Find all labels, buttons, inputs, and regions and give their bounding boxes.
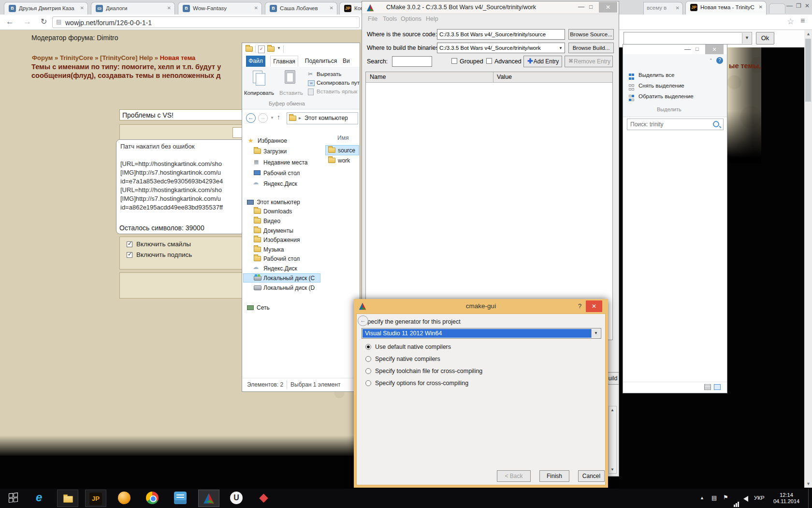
recent-dropdown-icon[interactable]: ▼ bbox=[270, 116, 274, 120]
taskbar-item-explorer[interactable] bbox=[57, 490, 78, 507]
signature-checkbox[interactable]: ✓ bbox=[127, 252, 132, 258]
taskbar-item-amber[interactable] bbox=[114, 490, 135, 507]
dialog-titlebar[interactable]: cmake-gui ? ✕ bbox=[354, 299, 608, 314]
remove-entry-button[interactable]: ✖ Remove Entry bbox=[565, 56, 613, 67]
close-icon[interactable]: ✕ bbox=[330, 5, 334, 11]
cancel-button[interactable]: Cancel bbox=[578, 470, 605, 482]
build-path-combo[interactable]: C:/3.3.5 Bot Wars v4/_Source/trinity/wor… bbox=[437, 43, 565, 53]
close-button[interactable]: ✕ bbox=[705, 45, 724, 54]
tab-share[interactable]: Поделиться bbox=[304, 56, 338, 67]
cmake-titlebar[interactable]: CMake 3.0.2 - C:/3.3.5 Bot Wars v4/_Sour… bbox=[362, 1, 619, 14]
browser2-scrollbar[interactable]: ▲ ▼ bbox=[804, 30, 812, 488]
browser1-tab-4[interactable]: B Саша Лобачев ✕ bbox=[265, 2, 337, 15]
scroll-up-icon[interactable]: ▲ bbox=[610, 408, 614, 412]
minimize-icon[interactable]: — bbox=[578, 3, 584, 10]
sidebar-item-downloads-ru[interactable]: Загрузки bbox=[263, 148, 287, 155]
column-header-name[interactable]: Имя bbox=[337, 134, 348, 141]
invert-selection-button[interactable]: Обратить выделение bbox=[629, 93, 724, 102]
source-path-field[interactable]: C:/3.3.5 Bot Wars v4/_Source/trinity/sou… bbox=[437, 29, 565, 40]
tab-home[interactable]: Главная bbox=[270, 56, 298, 67]
maximize-icon[interactable]: □ bbox=[696, 46, 699, 52]
browser2-tab-partial[interactable]: всему в ✕ bbox=[643, 2, 683, 15]
url-bar[interactable]: ▤ wowjp.net/forum/126-0-0-1-1 bbox=[52, 16, 360, 28]
menu-icon[interactable]: ≡ bbox=[800, 16, 805, 25]
taskbar-item-ie[interactable]: e bbox=[31, 490, 52, 507]
scrollbar-thumb[interactable] bbox=[805, 39, 811, 102]
maximize-icon[interactable]: □ bbox=[589, 3, 593, 10]
details-view-icon[interactable] bbox=[704, 384, 711, 390]
sidebar-item-drive-c[interactable]: Локальный диск (C bbox=[263, 275, 315, 282]
generator-combo[interactable]: Visual Studio 11 2012 Win64 ▼ bbox=[362, 328, 601, 339]
sidebar-item-downloads[interactable]: Downloads bbox=[263, 208, 292, 215]
restore-icon[interactable]: ❐ bbox=[796, 2, 801, 9]
add-entry-button[interactable]: ✚ Add Entry bbox=[523, 56, 562, 67]
column-value[interactable]: Value bbox=[497, 74, 512, 80]
sidebar-item-video[interactable]: Видео bbox=[263, 218, 280, 224]
reload-icon[interactable]: ↻ bbox=[41, 17, 47, 26]
radio-label[interactable]: Specify toolchain file for cross-compili… bbox=[375, 368, 482, 374]
output-scrollbar[interactable]: ▲ ▼ bbox=[609, 406, 617, 474]
taskbar-item-jp[interactable]: JP bbox=[85, 490, 106, 507]
close-icon[interactable]: ✕ bbox=[80, 5, 84, 11]
scroll-down-icon[interactable]: ▼ bbox=[610, 467, 614, 472]
topic-title-input[interactable]: Проблемы с VS! bbox=[119, 109, 260, 120]
language-indicator[interactable]: УКР bbox=[754, 495, 765, 501]
menu-file[interactable]: File bbox=[368, 15, 377, 22]
sidebar-item-drive-d[interactable]: Локальный диск (D bbox=[263, 284, 315, 291]
url-text[interactable]: wowjp.net/forum/126-0-0-1-1 bbox=[65, 19, 152, 27]
search-icon[interactable] bbox=[713, 121, 719, 127]
bookmark-star-icon[interactable]: ☆ bbox=[787, 16, 794, 27]
forward-button[interactable]: → bbox=[258, 113, 268, 123]
close-button[interactable]: ✕ bbox=[586, 300, 602, 312]
sidebar-item-recent[interactable]: Недавние места bbox=[263, 159, 307, 166]
browse-build-button[interactable]: Browse Build... bbox=[568, 43, 614, 53]
network-icon[interactable] bbox=[734, 500, 739, 508]
close-button[interactable]: ✕ bbox=[599, 2, 617, 13]
minimize-icon[interactable]: — bbox=[786, 2, 793, 9]
back-icon[interactable]: ← bbox=[6, 17, 14, 27]
help-button[interactable]: ? bbox=[716, 57, 723, 64]
copy-path-button[interactable]: W Скопировать путь bbox=[308, 79, 358, 87]
sidebar-item-music[interactable]: Музыка bbox=[263, 246, 284, 253]
minimize-icon[interactable]: — bbox=[684, 45, 691, 53]
taskbar-item-notes[interactable] bbox=[170, 490, 191, 507]
select-arrow-button[interactable]: ▼ bbox=[742, 33, 751, 44]
browser1-tab-3[interactable]: B Wow-Fantasy ✕ bbox=[178, 2, 262, 15]
breadcrumb-forum-link[interactable]: Форум bbox=[32, 54, 53, 61]
menu-options[interactable]: Options bbox=[401, 15, 421, 22]
cmake-search-input[interactable] bbox=[392, 56, 432, 67]
sidebar-item-documents[interactable]: Документы bbox=[263, 227, 293, 234]
sidebar-item-yandex2[interactable]: Яндекс.Диск bbox=[263, 265, 297, 272]
sidebar-item-network[interactable]: Сеть bbox=[257, 304, 270, 311]
address-bar[interactable]: ▸ Этот компьютер bbox=[287, 112, 358, 124]
breadcrumb-cat-link[interactable]: TrinityCore bbox=[60, 54, 93, 61]
back-button[interactable]: ← bbox=[246, 113, 256, 123]
smiles-checkbox[interactable]: ✓ bbox=[127, 241, 132, 247]
action-center-icon[interactable]: ▤ bbox=[711, 494, 717, 501]
file-source[interactable]: source bbox=[338, 147, 355, 154]
qat-properties-icon[interactable]: ✓ bbox=[258, 45, 265, 53]
paste-button[interactable]: Вставить bbox=[277, 69, 304, 99]
scroll-down-icon[interactable]: ▼ bbox=[806, 481, 811, 486]
radio-crosscompile-options[interactable] bbox=[365, 380, 371, 386]
close-icon[interactable]: ✕ bbox=[676, 5, 680, 11]
taskbar-item-gem[interactable]: ◆ bbox=[254, 490, 276, 507]
sidebar-item-thispc[interactable]: Этот компьютер bbox=[257, 199, 300, 206]
advanced-checkbox[interactable] bbox=[486, 58, 492, 64]
browser1-tab-1[interactable]: B Друзья Дмитрия Каза ✕ bbox=[4, 2, 88, 15]
paste-shortcut-button[interactable]: Вставить ярлык bbox=[308, 88, 358, 96]
qat-newfolder-icon[interactable] bbox=[267, 46, 275, 52]
radio-toolchain[interactable] bbox=[365, 368, 371, 374]
flag-icon[interactable]: ⚑ bbox=[723, 494, 728, 501]
message-textarea[interactable]: Патч накатил без ошибок [URL=http://host… bbox=[116, 139, 261, 234]
sidebar-item-yandex[interactable]: Яндекс.Диск bbox=[263, 180, 297, 187]
chevron-down-icon[interactable]: ▼ bbox=[559, 46, 563, 50]
ok-button[interactable]: Ok bbox=[756, 32, 774, 45]
cut-button[interactable]: ✂ Вырезать bbox=[308, 71, 358, 78]
finish-button[interactable]: Finish bbox=[539, 470, 569, 482]
hidden-icons-icon[interactable]: ▲ bbox=[700, 495, 704, 500]
menu-help[interactable]: Help bbox=[426, 15, 438, 22]
column-name[interactable]: Name bbox=[370, 74, 386, 80]
search-box[interactable]: Поиск: trinity bbox=[627, 119, 724, 130]
forum-search-select[interactable]: ▼ bbox=[624, 32, 752, 45]
